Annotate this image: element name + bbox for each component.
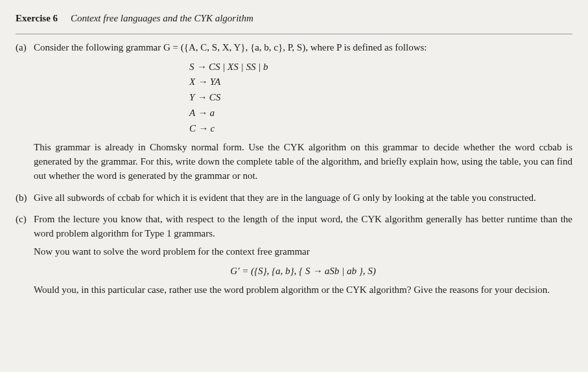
exercise-title: Context free languages and the CYK algor…: [71, 13, 253, 23]
exercise-label: Exercise 6: [16, 13, 58, 23]
grammar-productions: S → CS | XS | SS | b X → YA Y → CS A → a…: [189, 60, 572, 136]
part-c-body3: Would you, in this particular case, rath…: [34, 283, 572, 297]
part-c: (c) From the lecture you know that, with…: [16, 213, 572, 301]
exercise-header: Exercise 6 Context free languages and th…: [16, 12, 572, 26]
grammar-line: A → a: [189, 106, 572, 121]
divider: [16, 34, 572, 34]
part-a-body: This grammar is already in Chomsky norma…: [34, 141, 572, 183]
grammar-gprime: G′ = ({S}, {a, b}, { S → aSb | ab }, S): [34, 264, 572, 279]
part-a: (a) Consider the following grammar G = (…: [16, 41, 572, 187]
part-b-body: Give all subwords of ccbab for which it …: [34, 191, 572, 205]
part-b-label: (b): [16, 191, 34, 209]
part-a-label: (a): [16, 41, 34, 187]
part-c-body2: Now you want to solve the word problem f…: [34, 245, 572, 259]
grammar-line: S → CS | XS | SS | b: [189, 60, 572, 75]
grammar-line: X → YA: [189, 75, 572, 89]
part-b: (b) Give all subwords of ccbab for which…: [16, 191, 572, 209]
part-c-body1: From the lecture you know that, with res…: [34, 213, 572, 241]
grammar-line: Y → CS: [189, 91, 572, 105]
part-a-intro: Consider the following grammar G = ({A, …: [34, 41, 572, 55]
grammar-line: C → c: [189, 122, 572, 136]
part-c-label: (c): [16, 213, 34, 301]
